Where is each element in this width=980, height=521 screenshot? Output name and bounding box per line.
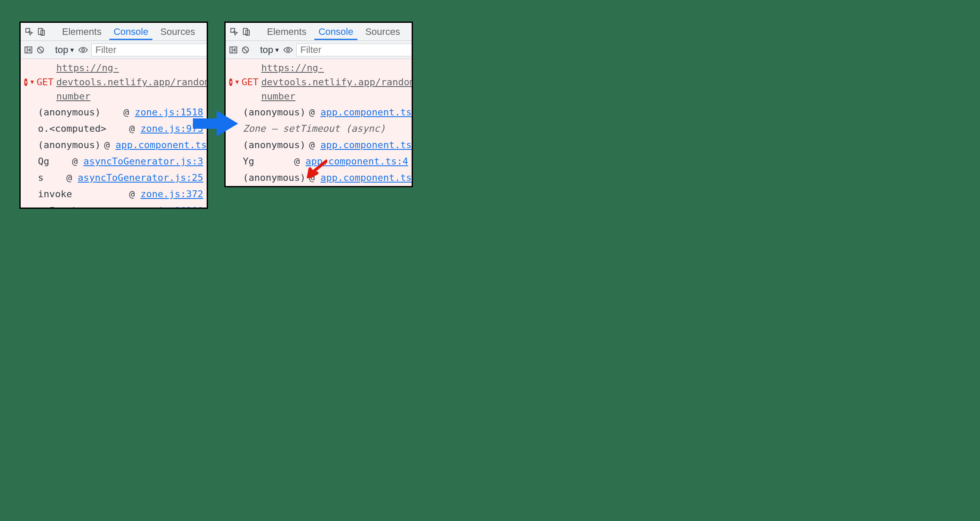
context-selector[interactable]: top ▼ bbox=[55, 44, 75, 56]
console-output: ✕ ▼ GET https://ng-devtools.netlify.app/… bbox=[21, 59, 207, 208]
frame-function: invoke bbox=[38, 187, 126, 202]
frame-source: @ asyncToGenerator.js:3 bbox=[72, 154, 203, 169]
frame-source: @ app.component.ts:4 bbox=[309, 138, 412, 152]
tab-network[interactable]: Network bbox=[203, 24, 208, 40]
transition-arrow-icon bbox=[193, 111, 238, 136]
frame-function: Qg bbox=[38, 154, 68, 169]
source-link[interactable]: app.component.ts:22 bbox=[320, 172, 412, 183]
request-url[interactable]: https://ng-devtools.netlify.app/random-n… bbox=[261, 61, 412, 103]
console-error-row[interactable]: ✕ ▼ GET https://ng-devtools.netlify.app/… bbox=[226, 59, 412, 104]
eye-icon[interactable] bbox=[78, 46, 88, 54]
chevron-down-icon: ▼ bbox=[69, 47, 75, 53]
frame-function: o.<computed> bbox=[38, 121, 126, 136]
source-link[interactable]: app.component.ts:23 bbox=[320, 107, 412, 118]
console-toolbar: top ▼ Default le bbox=[21, 41, 207, 59]
error-icon: ✕ bbox=[24, 78, 28, 86]
stack-frame: onInvoke@ core.mjs:26380 bbox=[24, 203, 203, 208]
filter-input[interactable] bbox=[91, 43, 208, 56]
frame-source: @ zone.js:372 bbox=[129, 187, 203, 202]
frame-source: @ app.component.ts:23 bbox=[309, 105, 412, 120]
source-link[interactable]: core.mjs:26380 bbox=[124, 205, 203, 208]
tab-network[interactable]: Network bbox=[408, 24, 413, 40]
chevron-down-icon: ▼ bbox=[274, 47, 280, 53]
console-toolbar: top ▼ Defau bbox=[226, 41, 412, 59]
svg-point-9 bbox=[287, 49, 289, 51]
stack-frame: s@ asyncToGenerator.js:25 bbox=[24, 170, 203, 186]
console-error-row[interactable]: ✕ ▼ GET https://ng-devtools.netlify.app/… bbox=[21, 59, 207, 104]
http-method: GET bbox=[242, 75, 259, 89]
request-url[interactable]: https://ng-devtools.netlify.app/random-n… bbox=[56, 61, 207, 103]
svg-point-4 bbox=[82, 49, 84, 51]
source-link[interactable]: zone.js:372 bbox=[140, 189, 203, 199]
stack-frame: invoke@ zone.js:372 bbox=[24, 186, 203, 202]
tab-bar: Elements Console Sources Network » bbox=[21, 23, 207, 41]
frame-function: (anonymous) bbox=[243, 105, 306, 120]
source-link[interactable]: asyncToGenerator.js:25 bbox=[78, 172, 203, 183]
async-boundary: Zone — setTimeout (async) bbox=[229, 121, 408, 137]
frame-function: (anonymous) bbox=[243, 138, 306, 152]
http-method: GET bbox=[37, 75, 54, 89]
stack-frame: (anonymous)@ zone.js:1518 bbox=[24, 104, 203, 121]
device-toggle-icon[interactable] bbox=[37, 28, 46, 36]
devtools-panel-left: Elements Console Sources Network » top ▼… bbox=[19, 22, 208, 209]
error-icon: ✕ bbox=[229, 78, 233, 86]
stack-frame: o.<computed>@ zone.js:973 bbox=[24, 121, 203, 137]
frame-function: s bbox=[38, 171, 63, 185]
source-link[interactable]: asyncToGenerator.js:3 bbox=[84, 156, 203, 167]
tab-elements[interactable]: Elements bbox=[263, 24, 311, 40]
frame-function: (anonymous) bbox=[243, 171, 306, 185]
device-toggle-icon[interactable] bbox=[242, 28, 251, 36]
frame-source: @ app.component.ts:23 bbox=[104, 138, 207, 152]
clear-console-icon[interactable] bbox=[36, 46, 45, 54]
collapse-toggle-icon[interactable]: ▼ bbox=[30, 78, 34, 87]
frame-function: Yg bbox=[243, 154, 291, 169]
tab-elements[interactable]: Elements bbox=[58, 24, 106, 40]
source-link[interactable]: app.component.ts:23 bbox=[115, 140, 207, 150]
stack-frame: (anonymous)@ app.component.ts:23 bbox=[229, 104, 408, 121]
eye-icon[interactable] bbox=[283, 46, 293, 54]
inspect-icon[interactable] bbox=[230, 28, 239, 36]
frame-function: (anonymous) bbox=[38, 138, 101, 152]
tab-console[interactable]: Console bbox=[314, 24, 358, 40]
frame-source: @ core.mjs:26380 bbox=[112, 204, 203, 208]
frame-function: (anonymous) bbox=[38, 105, 120, 120]
clear-console-icon[interactable] bbox=[241, 46, 250, 54]
sidebar-toggle-icon[interactable] bbox=[229, 46, 238, 54]
tab-sources[interactable]: Sources bbox=[361, 24, 404, 40]
frame-function: onInvoke bbox=[38, 204, 109, 208]
inspect-icon[interactable] bbox=[25, 28, 34, 36]
stack-frame: (anonymous)@ app.component.ts:4 bbox=[229, 137, 408, 153]
sidebar-toggle-icon[interactable] bbox=[24, 46, 33, 54]
frame-source: @ zone.js:973 bbox=[129, 121, 203, 136]
source-link[interactable]: app.component.ts:4 bbox=[320, 140, 412, 150]
tab-console[interactable]: Console bbox=[109, 24, 153, 40]
frame-source: @ zone.js:1518 bbox=[124, 105, 203, 120]
collapse-toggle-icon[interactable]: ▼ bbox=[235, 78, 239, 87]
stack-frame: Qg@ asyncToGenerator.js:3 bbox=[24, 153, 203, 170]
context-selector[interactable]: top ▼ bbox=[260, 44, 280, 56]
filter-input[interactable] bbox=[296, 43, 413, 56]
stack-frame: (anonymous)@ app.component.ts:23 bbox=[24, 137, 203, 153]
frame-source: @ asyncToGenerator.js:25 bbox=[66, 171, 203, 185]
tab-sources[interactable]: Sources bbox=[156, 24, 199, 40]
tab-bar: Elements Console Sources Network » bbox=[226, 23, 412, 41]
stack-frames-left: (anonymous)@ zone.js:1518o.<computed>@ z… bbox=[21, 104, 207, 208]
callout-arrow-icon bbox=[306, 159, 327, 178]
